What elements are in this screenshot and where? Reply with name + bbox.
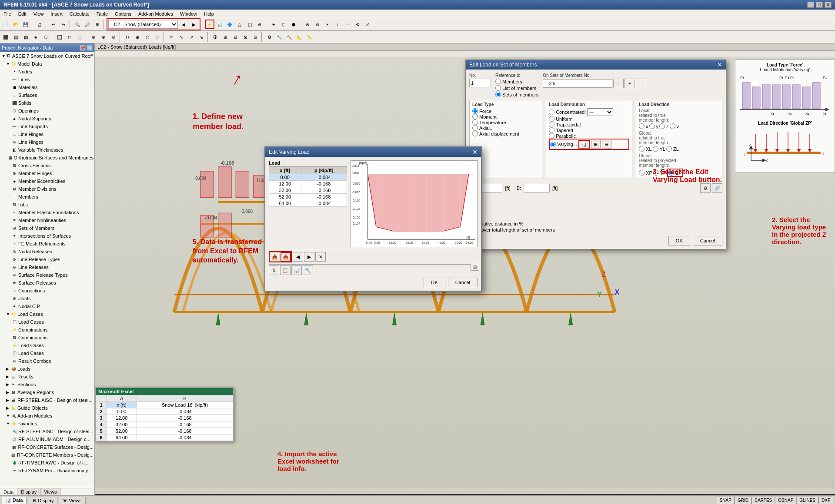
- ld-trapezoidal[interactable]: Trapezoidal: [549, 122, 629, 127]
- dxf-button[interactable]: DXF: [818, 497, 833, 504]
- ld-btn2[interactable]: ⊞: [591, 140, 601, 149]
- ref-list[interactable]: List of members: [495, 85, 538, 91]
- status-display-tab[interactable]: 🖥 Display: [28, 497, 57, 504]
- varying-row-1[interactable]: 0.00 -0.084: [269, 174, 347, 181]
- print-button[interactable]: 🖨: [35, 20, 44, 29]
- tree-joints[interactable]: ⊛Joints: [0, 295, 94, 302]
- tree-model-data[interactable]: ▼ 📁 Model Data: [0, 60, 94, 68]
- viewport-canvas[interactable]: -0.168 -0.168 -0.168 -0.168 -0.168 -0.08…: [95, 51, 835, 494]
- tab-data[interactable]: Data: [0, 488, 17, 495]
- tree-member-eccentricities[interactable]: ◈Member Eccentricities: [0, 177, 94, 185]
- tree-addon-modules[interactable]: ▼🔌Add-on Modules: [0, 412, 94, 420]
- ld-btn3[interactable]: ⊟: [602, 140, 611, 149]
- tree-favorites[interactable]: ▼⭐Favorites: [0, 420, 94, 428]
- varying-row-4[interactable]: 52.00 -0.168: [269, 194, 347, 200]
- ref-members[interactable]: Members: [495, 79, 538, 84]
- t2-btn-1[interactable]: ⬛: [1, 32, 10, 42]
- t2-btn-2[interactable]: ▤: [11, 32, 20, 42]
- tree-surfaces[interactable]: ▭Surfaces: [0, 91, 94, 99]
- chart-expand-btn[interactable]: ⊞: [471, 263, 479, 271]
- new-button[interactable]: 📄: [1, 20, 10, 29]
- settings-btn-2[interactable]: 🔗: [712, 183, 722, 193]
- status-data-tab[interactable]: 📊 Data: [2, 497, 27, 504]
- varying-delete-btn[interactable]: ✕: [315, 252, 326, 262]
- tree-materials[interactable]: ◼Materials: [0, 83, 94, 91]
- tree-member-hinges[interactable]: ⊗Member Hinges: [0, 169, 94, 177]
- dir-z[interactable]: z: [659, 123, 669, 129]
- dialog-load-set-close[interactable]: ✕: [717, 61, 722, 68]
- lt-axial[interactable]: Axial...: [472, 125, 539, 131]
- zoom-out-button[interactable]: 🔎: [83, 20, 92, 29]
- t2-btn-13[interactable]: ◉: [133, 32, 142, 42]
- tab-display[interactable]: Display: [17, 488, 40, 495]
- lt-axial-disp[interactable]: Axial displacement: [472, 131, 539, 136]
- ld-concentrated[interactable]: Concentrated: —: [549, 108, 629, 116]
- dir-v[interactable]: v: [670, 123, 679, 129]
- toolbar-btn-10[interactable]: ⊕: [255, 20, 264, 29]
- tree-surface-supports[interactable]: ▭Line Hinges: [0, 130, 94, 138]
- prev-lc-button[interactable]: ◀: [179, 20, 188, 29]
- varying-import-btn1[interactable]: 📥: [270, 252, 280, 262]
- menu-view[interactable]: View: [30, 10, 47, 18]
- t2-btn-17[interactable]: ⤡: [177, 32, 186, 42]
- toolbar-btn-13[interactable]: ⬢: [289, 20, 298, 29]
- tree-nodal-releases[interactable]: ◎Nodal Releases: [0, 248, 94, 255]
- undo-button[interactable]: ↩: [49, 20, 58, 29]
- menu-file[interactable]: File: [0, 10, 15, 18]
- t2-btn-16[interactable]: ⟳: [167, 32, 176, 42]
- nav-pin-button[interactable]: 📌: [80, 45, 86, 51]
- tree-var-thick[interactable]: ◧Variable Thicknesses: [0, 146, 94, 154]
- next-lc-button[interactable]: ▶: [189, 20, 199, 29]
- t2-btn-24[interactable]: ⊡: [250, 32, 260, 42]
- ld-varying[interactable]: Varying...: [550, 142, 577, 147]
- excel-r1-a[interactable]: x (ft): [107, 402, 137, 408]
- t2-btn-28[interactable]: 📐: [294, 32, 304, 42]
- glines-button[interactable]: GLINES: [796, 497, 818, 504]
- members-load-button[interactable]: ⚡: [205, 20, 214, 29]
- varying-cancel-button[interactable]: Cancel: [448, 278, 478, 287]
- tree-line-release-types[interactable]: ⊘Line Release Types: [0, 255, 94, 263]
- varying-next-btn[interactable]: ▶: [304, 252, 314, 262]
- lt-moment[interactable]: Moment: [472, 114, 539, 119]
- varying-import-btn2[interactable]: 📤: [281, 252, 291, 262]
- tree-root-arrow[interactable]: ▼: [2, 54, 6, 58]
- tree-line-supports[interactable]: —Line Supports: [0, 123, 94, 130]
- toolbar-btn-14[interactable]: ⊗: [303, 20, 312, 29]
- excel-r5-b[interactable]: -0.168: [137, 428, 233, 434]
- varying-prev-btn[interactable]: ◀: [293, 252, 303, 262]
- dialog-varying-close[interactable]: ✕: [472, 149, 478, 156]
- no-input[interactable]: [469, 79, 491, 87]
- toolbar-btn-6[interactable]: 📊: [215, 20, 224, 29]
- toolbar-btn-15[interactable]: ⊘: [313, 20, 322, 29]
- t2-btn-18[interactable]: ↗: [187, 32, 196, 42]
- sets-select-btn[interactable]: ⋮: [613, 79, 624, 88]
- ld-parabolic[interactable]: Parabolic: [549, 133, 629, 139]
- toolbar-btn-8[interactable]: △: [235, 20, 244, 29]
- minimize-button[interactable]: ─: [807, 2, 814, 8]
- t2-btn-26[interactable]: 🔧: [274, 32, 284, 42]
- dir-zl[interactable]: ZL: [666, 146, 679, 152]
- tree-cross-sections[interactable]: ⊞Cross-Sections: [0, 162, 94, 169]
- excel-r6-a[interactable]: 64.00: [107, 434, 137, 441]
- varying-info-btn1[interactable]: ℹ: [269, 265, 279, 275]
- tree-nodal-supports[interactable]: ▲Nodal Supports: [0, 115, 94, 123]
- zoom-all-button[interactable]: ⊞: [93, 20, 102, 29]
- tree-line-hinges[interactable]: ⊕Line Hinges: [0, 138, 94, 146]
- t2-btn-14[interactable]: ◎: [143, 32, 152, 42]
- t2-btn-29[interactable]: 📏: [304, 32, 314, 42]
- load-case-dropdown[interactable]: LC2 - Snow (Balanced): [108, 20, 178, 29]
- tree-rf-timber[interactable]: 🌲RF-TIMBER AWC - Design of ti...: [0, 459, 94, 467]
- tree-sections[interactable]: ▶✂Sections: [0, 381, 94, 388]
- excel-r6-b[interactable]: -0.084: [137, 434, 233, 441]
- dir-y[interactable]: y: [649, 123, 659, 129]
- menu-calculate[interactable]: Calculate: [66, 10, 93, 18]
- varying-info-btn4[interactable]: 🔧: [303, 265, 313, 275]
- tree-member-elastic[interactable]: ≈Member Elastic Foundations: [0, 209, 94, 216]
- dir-xl[interactable]: XL: [639, 146, 651, 152]
- varying-row-3[interactable]: 32.00 -0.168: [269, 187, 347, 194]
- tree-lines[interactable]: —Lines: [0, 76, 94, 83]
- close-button[interactable]: ✕: [825, 2, 832, 8]
- sets-no-input[interactable]: [543, 79, 612, 88]
- dir-xp[interactable]: XP: [639, 169, 652, 177]
- toolbar-btn-11[interactable]: ✦: [269, 20, 278, 29]
